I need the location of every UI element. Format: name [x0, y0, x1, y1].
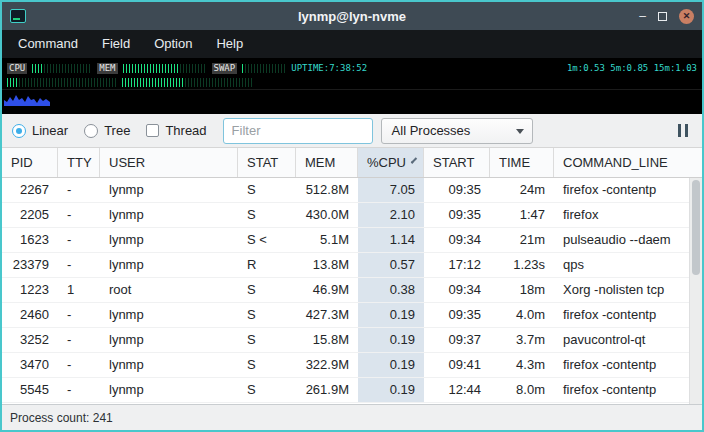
radio-tree[interactable]: Tree — [84, 123, 130, 138]
cell-stat: S — [238, 203, 296, 227]
column-header-stat[interactable]: STAT — [238, 148, 296, 177]
table-row[interactable]: 3470 - lynmp S 322.9M 0.19 09:41 4.3m fi… — [2, 353, 689, 378]
column-header-tty[interactable]: TTY — [58, 148, 100, 177]
table-row[interactable]: 3252 - lynmp S 15.8M 0.19 09:37 3.7m pav… — [2, 328, 689, 353]
cell-time: 1.23s — [490, 253, 554, 277]
controls-bar: Linear Tree Thread All Processes — [2, 114, 702, 148]
radio-tree-icon — [84, 124, 98, 138]
titlebar: lynmp@lyn-nvme – ✕ — [2, 2, 702, 30]
process-filter-select[interactable]: All Processes — [381, 118, 533, 144]
menu-help[interactable]: Help — [204, 30, 255, 58]
cell-pid: 5545 — [2, 378, 58, 402]
mem-meter-label: MEM — [97, 63, 117, 74]
pause-icon — [678, 124, 681, 137]
terminal-app-icon — [10, 9, 26, 23]
table-row[interactable]: 2267 - lynmp S 512.8M 7.05 09:35 24m fir… — [2, 178, 689, 203]
table-row[interactable]: 1223 1 root S 46.9M 0.38 09:34 18m Xorg … — [2, 278, 689, 303]
pause-icon — [685, 124, 688, 137]
cell-stat: S — [238, 328, 296, 352]
cell-mem: 430.0M — [296, 203, 358, 227]
cell-stat: S — [238, 303, 296, 327]
load-history-graph — [4, 91, 50, 106]
table-row[interactable]: 5545 - lynmp S 261.9M 0.19 12:44 8.0m fi… — [2, 378, 689, 403]
table-row[interactable]: 2460 - lynmp S 427.3M 0.19 09:35 4.0m fi… — [2, 303, 689, 328]
cell-stat: S — [238, 178, 296, 202]
cell-user: root — [100, 278, 238, 302]
cell-start: 09:35 — [424, 303, 490, 327]
cell-cpu: 0.38 — [358, 278, 424, 302]
table-row[interactable]: 2205 - lynmp S 430.0M 2.10 09:35 1:47 fi… — [2, 203, 689, 228]
scrollbar-thumb[interactable] — [692, 180, 700, 275]
cell-time: 24m — [490, 178, 554, 202]
table-header: PID TTY USER STAT MEM %CPU START TIME CO… — [2, 148, 702, 178]
table-row[interactable]: 23379 - lynmp R 13.8M 0.57 17:12 1.23s q… — [2, 253, 689, 278]
cell-mem: 427.3M — [296, 303, 358, 327]
column-header-cpu[interactable]: %CPU — [358, 148, 424, 177]
minimize-button[interactable]: – — [639, 9, 646, 23]
app-window: lynmp@lyn-nvme – ✕ Command Field Option … — [0, 0, 704, 432]
cell-command-line: firefox -contentp — [554, 353, 689, 377]
filter-input[interactable] — [223, 118, 373, 144]
cell-cpu: 0.19 — [358, 328, 424, 352]
mem-history-meter — [122, 78, 252, 87]
cell-tty: - — [58, 228, 100, 252]
cell-start: 09:41 — [424, 353, 490, 377]
process-filter-value: All Processes — [392, 123, 471, 138]
window-title: lynmp@lyn-nvme — [2, 9, 702, 24]
cell-time: 1:47 — [490, 203, 554, 227]
cell-cpu: 1.14 — [358, 228, 424, 252]
column-header-command-line[interactable]: COMMAND_LINE — [554, 148, 702, 177]
column-header-mem[interactable]: MEM — [296, 148, 358, 177]
vertical-scrollbar[interactable] — [689, 178, 702, 404]
cell-stat: S — [238, 278, 296, 302]
table-row[interactable]: 1623 - lynmp S < 5.1M 1.14 09:34 21m pul… — [2, 228, 689, 253]
menu-option[interactable]: Option — [142, 30, 204, 58]
column-header-user[interactable]: USER — [100, 148, 238, 177]
menu-command[interactable]: Command — [6, 30, 90, 58]
radio-tree-label: Tree — [104, 123, 130, 138]
checkbox-thread[interactable]: Thread — [146, 123, 206, 138]
close-button[interactable]: ✕ — [679, 9, 694, 24]
column-header-start[interactable]: START — [424, 148, 490, 177]
cell-pid: 23379 — [2, 253, 58, 277]
column-header-time[interactable]: TIME — [490, 148, 554, 177]
menu-field[interactable]: Field — [90, 30, 142, 58]
cell-mem: 5.1M — [296, 228, 358, 252]
column-header-cpu-label: %CPU — [367, 148, 406, 177]
cell-user: lynmp — [100, 178, 238, 202]
cpu-meter-label: CPU — [7, 63, 27, 74]
cell-user: lynmp — [100, 203, 238, 227]
cell-user: lynmp — [100, 303, 238, 327]
uptime-text: UPTIME:7:38:52 — [291, 63, 367, 73]
restore-button[interactable] — [658, 12, 667, 21]
cell-tty: - — [58, 378, 100, 402]
cell-mem: 261.9M — [296, 378, 358, 402]
cpu-history-meter — [7, 78, 117, 87]
cell-command-line: pulseaudio --daem — [554, 228, 689, 252]
mem-meter — [123, 64, 207, 73]
swap-meter — [242, 64, 286, 73]
cell-user: lynmp — [100, 328, 238, 352]
cell-pid: 1623 — [2, 228, 58, 252]
pause-button[interactable] — [674, 120, 692, 141]
cell-command-line: firefox -contentp — [554, 303, 689, 327]
cell-pid: 1223 — [2, 278, 58, 302]
cell-start: 09:35 — [424, 178, 490, 202]
checkbox-thread-label: Thread — [165, 123, 206, 138]
cell-tty: - — [58, 203, 100, 227]
cell-tty: - — [58, 178, 100, 202]
cell-command-line: firefox -contentp — [554, 378, 689, 402]
cell-tty: - — [58, 303, 100, 327]
cell-tty: - — [58, 353, 100, 377]
radio-linear[interactable]: Linear — [12, 123, 68, 138]
cell-start: 09:35 — [424, 203, 490, 227]
monitor-row-1: CPU MEM SWAP UPTIME:7:38:52 1m:0.53 5m:0… — [2, 61, 702, 75]
cell-pid: 3470 — [2, 353, 58, 377]
cell-cpu: 2.10 — [358, 203, 424, 227]
cell-time: 4.3m — [490, 353, 554, 377]
cell-pid: 2205 — [2, 203, 58, 227]
column-header-pid[interactable]: PID — [2, 148, 58, 177]
cell-command-line: firefox -contentp — [554, 178, 689, 202]
cpu-meter — [32, 64, 92, 73]
process-count-text: Process count: 241 — [10, 411, 113, 425]
